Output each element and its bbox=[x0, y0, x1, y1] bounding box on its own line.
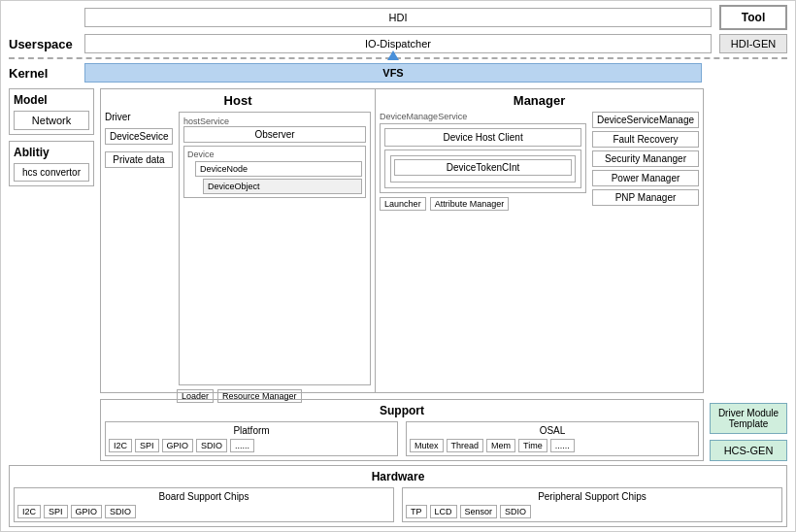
model-title: Model bbox=[14, 93, 89, 107]
device-host-client-box: Device Host Client bbox=[384, 128, 581, 147]
support-inner: Platform I2C SPI GPIO SDIO ...... OSAL M… bbox=[105, 421, 699, 456]
observer-box: Observer bbox=[183, 126, 366, 143]
osal-time: Time bbox=[518, 439, 547, 452]
network-box: Network bbox=[14, 111, 89, 130]
peripheral-sensor: Sensor bbox=[460, 505, 498, 518]
host-right: hostService Observer Device DeviceNode D… bbox=[179, 112, 371, 385]
host-title: Host bbox=[105, 93, 371, 108]
platform-chips-row: I2C SPI GPIO SDIO ...... bbox=[109, 439, 394, 452]
center-column: Host Driver DeviceSevice Private data ho… bbox=[100, 88, 704, 461]
launcher-box: Launcher bbox=[380, 197, 426, 211]
manager-section: Manager DeviceManageService Device Host … bbox=[376, 89, 703, 392]
security-manager-box: Security Mananger bbox=[592, 150, 699, 167]
ability-title: Ablitiy bbox=[14, 146, 89, 159]
host-bottom: Loader Resource Manager bbox=[105, 389, 371, 403]
driver-label: Driver bbox=[105, 112, 173, 122]
host-inner: Driver DeviceSevice Private data hostSer… bbox=[105, 112, 371, 385]
osal-thread: Thread bbox=[447, 439, 484, 452]
device-service-manage-box: DeviceServiceManage bbox=[592, 112, 699, 128]
hostservice-label: hostService bbox=[183, 116, 366, 126]
support-section: Support Platform I2C SPI GPIO SDIO .....… bbox=[100, 399, 704, 461]
content-area: Model Network Ablitiy hcs convertor Host… bbox=[1, 84, 795, 465]
driver-module-template-button[interactable]: Driver Module Template bbox=[710, 403, 787, 434]
hardware-inner: Board Support Chips I2C SPI GPIO SDIO Pe… bbox=[14, 487, 782, 522]
hw-board: Board Support Chips I2C SPI GPIO SDIO bbox=[14, 487, 394, 522]
main-container: HDI Tool Userspace IO-Dispatcher HDI-GEN… bbox=[0, 0, 796, 532]
kernel-row: Kernel VFS bbox=[1, 61, 795, 84]
platform-label: Platform bbox=[109, 425, 394, 436]
right-spacer bbox=[710, 88, 787, 397]
support-osal: OSAL Mutex Thread Mem Time ...... bbox=[406, 421, 699, 456]
platform-i2c: I2C bbox=[109, 439, 132, 452]
hdi-bar: HDI bbox=[84, 8, 712, 27]
fault-recovery-box: Fault Recovery bbox=[592, 131, 699, 148]
pnp-manager-box: PNP Manager bbox=[592, 189, 699, 206]
board-gpio: GPIO bbox=[71, 505, 103, 518]
osal-mem: Mem bbox=[486, 439, 515, 452]
osal-label: OSAL bbox=[410, 425, 695, 436]
host-section: Host Driver DeviceSevice Private data ho… bbox=[101, 89, 376, 392]
manager-right: DeviceServiceManage Fault Recovery Secur… bbox=[592, 112, 699, 385]
peripheral-sdio: SDIO bbox=[500, 505, 531, 518]
device-node-box: DeviceNode bbox=[195, 161, 362, 177]
peripheral-lcd: LCD bbox=[430, 505, 457, 518]
vfs-bar: VFS bbox=[84, 63, 702, 83]
platform-gpio: GPIO bbox=[162, 439, 194, 452]
attribute-manager-box: Attribute Manager bbox=[430, 197, 510, 211]
left-column: Model Network Ablitiy hcs convertor bbox=[9, 88, 94, 461]
platform-sdio: SDIO bbox=[196, 439, 227, 452]
device-service-box: DeviceSevice bbox=[105, 128, 173, 145]
manager-inner: DeviceManageService Device Host Client D… bbox=[380, 112, 699, 385]
right-column: Driver Module Template HCS-GEN bbox=[710, 88, 787, 461]
board-spi: SPI bbox=[44, 505, 68, 518]
host-left: Driver DeviceSevice Private data bbox=[105, 112, 173, 385]
peripheral-title: Peripheral Support Chips bbox=[406, 491, 779, 502]
hardware-title: Hardware bbox=[14, 470, 782, 483]
hdi-gen-button[interactable]: HDI-GEN bbox=[719, 34, 787, 53]
launcher-attr-row: Launcher Attribute Manager bbox=[380, 197, 586, 211]
power-manager-box: Power Manager bbox=[592, 170, 699, 186]
hardware-section: Hardware Board Support Chips I2C SPI GPI… bbox=[9, 465, 787, 527]
device-object-box: DeviceObject bbox=[203, 179, 362, 194]
board-i2c: I2C bbox=[17, 505, 41, 518]
loader-box: Loader bbox=[177, 389, 214, 403]
top-row: HDI Tool bbox=[1, 1, 795, 34]
support-platform: Platform I2C SPI GPIO SDIO ...... bbox=[105, 421, 398, 456]
hcs-gen-button[interactable]: HCS-GEN bbox=[710, 440, 787, 461]
vfs-arrow-icon bbox=[387, 50, 399, 60]
private-data-box: Private data bbox=[105, 151, 173, 168]
osal-more: ...... bbox=[550, 439, 575, 452]
platform-spi: SPI bbox=[135, 439, 159, 452]
hw-peripheral: Peripheral Support Chips TP LCD Sensor S… bbox=[402, 487, 782, 522]
hcs-convertor-box: hcs convertor bbox=[14, 163, 89, 182]
device-token-clnt-box: DeviceTokenCInt bbox=[394, 159, 572, 176]
device-container: Device DeviceNode DeviceObject bbox=[183, 146, 366, 198]
peripheral-tp: TP bbox=[406, 505, 427, 518]
tool-box: Tool bbox=[719, 5, 787, 30]
resource-manager-box: Resource Manager bbox=[217, 389, 302, 403]
board-title: Board Support Chips bbox=[17, 491, 390, 502]
ability-box: Ablitiy hcs convertor bbox=[9, 141, 94, 186]
osal-mutex: Mutex bbox=[410, 439, 444, 452]
support-title: Support bbox=[105, 404, 699, 417]
device-manage-service-label: DeviceManageService bbox=[380, 112, 586, 121]
board-chips-row: I2C SPI GPIO SDIO bbox=[17, 505, 390, 518]
device-label: Device bbox=[187, 150, 362, 159]
model-box: Model Network bbox=[9, 88, 94, 135]
osal-chips-row: Mutex Thread Mem Time ...... bbox=[410, 439, 695, 452]
userspace-label: Userspace bbox=[9, 37, 77, 51]
peripheral-chips-row: TP LCD Sensor SDIO bbox=[406, 505, 779, 518]
kernel-label: Kernel bbox=[9, 66, 77, 81]
board-sdio: SDIO bbox=[105, 505, 136, 518]
platform-more: ...... bbox=[230, 439, 254, 452]
manager-left: DeviceManageService Device Host Client D… bbox=[380, 112, 586, 385]
host-manager-row: Host Driver DeviceSevice Private data ho… bbox=[100, 88, 704, 393]
manager-title: Manager bbox=[380, 93, 699, 108]
